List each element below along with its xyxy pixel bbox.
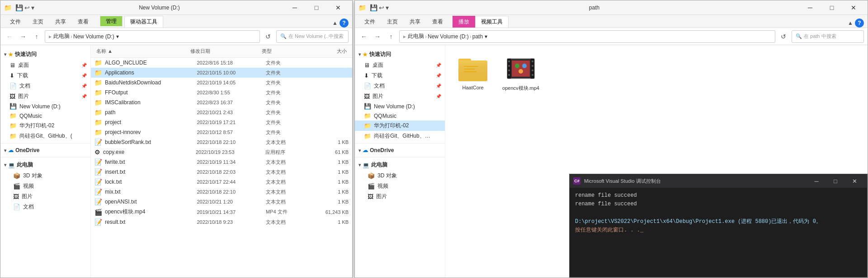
sidebar-item-docs2[interactable]: 📄 文档 (0, 202, 90, 212)
address-chevron-2[interactable]: ▾ (485, 33, 487, 40)
sidebar-item-video-2[interactable]: 🎬 视频 (355, 181, 445, 191)
col-type-header[interactable]: 类型 (260, 47, 309, 56)
file-row[interactable]: 📝 result.txt 2022/10/18 9:23 文本文档 1 KB (91, 217, 352, 227)
chevron-down-icon-2[interactable]: ▾ (386, 4, 389, 11)
icon-item-haatcore[interactable]: HaatCore (453, 52, 493, 93)
console-maximize-btn[interactable]: □ (826, 174, 844, 188)
close-button-1[interactable]: ✕ (328, 0, 349, 15)
tab-view-2[interactable]: 查看 (426, 16, 449, 28)
file-row[interactable]: 📁 BaiduNetdiskDownload 2022/10/19 14:05 … (91, 78, 352, 88)
help-icon[interactable]: ? (340, 19, 349, 28)
undo-icon-2[interactable]: ↩ (379, 4, 384, 11)
undo-icon[interactable]: ↩ (24, 4, 30, 11)
address-path-2[interactable]: ▸ 此电脑 › New Volume (D:) › path ▾ (399, 30, 775, 43)
sidebar-item-docs-2[interactable]: 📄 文档 📌 (355, 81, 445, 91)
file-row[interactable]: 📝 fwrite.txt 2022/10/19 11:34 文本文档 1 KB (91, 157, 352, 167)
onedrive-header-2[interactable]: ▾ ☁ OneDrive (355, 145, 445, 155)
file-row[interactable]: 📁 ALGO_INCLUDE 2022/8/16 15:18 文件夹 (91, 58, 352, 68)
sidebar-item-huawei[interactable]: 📁 华为打印机-02 (0, 120, 90, 131)
file-row[interactable]: 📝 bubbleSortRank.txt 2022/10/18 22:10 文本… (91, 137, 352, 147)
sidebar-item-3d-2[interactable]: 📦 3D 对象 (355, 171, 445, 181)
file-row[interactable]: ⚙ copy.exe 2022/10/19 23:53 应用程序 61 KB (91, 147, 352, 157)
chevron-up-icon-2[interactable]: ▲ (848, 20, 853, 26)
forward-button-1[interactable]: → (18, 31, 28, 42)
sidebar-item-qqmusic-2[interactable]: 📁 QQMusic (355, 111, 445, 120)
tab-share-1[interactable]: 共享 (49, 16, 72, 28)
file-row[interactable]: 📝 mix.txt 2022/10/18 22:10 文本文档 1 KB (91, 187, 352, 197)
file-row[interactable]: 📁 Applications 2022/10/15 10:00 文件夹 (91, 68, 352, 78)
sidebar-item-huawei-2[interactable]: 📁 华为打印机-02 (355, 120, 445, 131)
tab-share-2[interactable]: 共享 (404, 16, 426, 28)
col-name-header[interactable]: 名称 ▲ (94, 47, 189, 56)
col-date-header[interactable]: 修改日期 (189, 47, 260, 56)
tab-file-2[interactable]: 文件 (359, 16, 381, 28)
file-row[interactable]: 📁 path 2022/10/21 2:43 文件夹 (91, 107, 352, 117)
quick-access-header-2[interactable]: ▾ ★ 快速访问 (355, 49, 445, 60)
sidebar-item-downloads[interactable]: ⬇ 下载 📌 (0, 70, 90, 81)
file-row[interactable]: 📁 IMSCalibration 2022/8/23 16:37 文件夹 (91, 97, 352, 107)
tab-manage-1[interactable]: 驱动器工具 (124, 16, 163, 28)
sidebar-item-video[interactable]: 🎬 视频 (0, 181, 90, 191)
refresh-button-1[interactable]: ↺ (263, 31, 274, 42)
col-size-header[interactable]: 大小 (309, 47, 349, 56)
file-row[interactable]: 📁 FFOutput 2022/8/30 1:55 文件夹 (91, 88, 352, 97)
tab-home-1[interactable]: 主页 (27, 16, 49, 28)
file-row[interactable]: 📁 project 2022/10/19 17:21 文件夹 (91, 117, 352, 127)
save-icon[interactable]: 💾 (15, 4, 23, 11)
pin-icon-docs-2: 📌 (436, 83, 441, 88)
sidebar-item-pictures-2[interactable]: 🖼 图片 📌 (355, 91, 445, 102)
tab-drive-tools-1[interactable]: 管理 (100, 16, 123, 26)
thispc-header[interactable]: ▾ 💻 此电脑 (0, 159, 90, 171)
chevron-down-icon[interactable]: ▾ (31, 4, 34, 11)
thispc-header-2[interactable]: ▾ 💻 此电脑 (355, 159, 445, 171)
sidebar-item-3d[interactable]: 📦 3D 对象 (0, 171, 90, 181)
sidebar-item-downloads-2[interactable]: ⬇ 下载 📌 (355, 70, 445, 81)
search-box-2[interactable]: 🔍 在 path 中搜索 (792, 30, 864, 43)
up-button-1[interactable]: ↑ (31, 31, 42, 42)
tab-file-1[interactable]: 文件 (4, 16, 27, 28)
file-row[interactable]: 📁 project-innorev 2022/10/12 8:57 文件夹 (91, 127, 352, 137)
forward-button-2[interactable]: → (372, 31, 383, 42)
chevron-up-icon[interactable]: ▲ (332, 20, 338, 26)
sidebar-item-desktop-2[interactable]: 🖥 桌面 📌 (355, 60, 445, 70)
help-icon-2[interactable]: ? (855, 19, 864, 28)
file-row[interactable]: 🎬 opencv模块.mp4 2019/10/21 14:37 MP4 文件 6… (91, 207, 352, 217)
file-row[interactable]: 📝 openANSI.txt 2022/10/21 1:20 文本文档 1 KB (91, 197, 352, 207)
file-name: BaiduNetdiskDownload (105, 79, 197, 86)
file-row[interactable]: 📝 lock.txt 2022/10/17 22:44 文本文档 1 KB (91, 177, 352, 187)
maximize-button-1[interactable]: □ (306, 0, 327, 15)
file-name: Applications (105, 70, 197, 76)
address-path-1[interactable]: ▸ 此电脑 › New Volume (D:) ▾ (45, 30, 260, 43)
minimize-button-2[interactable]: ─ (800, 0, 821, 15)
sidebar-item-pictures[interactable]: 🖼 图片 📌 (0, 91, 90, 102)
icon-item-opencv[interactable]: opencv模块.mp4 (500, 52, 541, 93)
sidebar-item-git-2[interactable]: 📁 尚硅谷Git、GitHub、Gitee码云 (355, 131, 445, 141)
address-chevron-1[interactable]: ▾ (116, 33, 119, 40)
back-button-1[interactable]: ← (4, 31, 15, 42)
tab-home-2[interactable]: 主页 (381, 16, 404, 28)
sidebar-item-newvolume-2[interactable]: 💾 New Volume (D:) (355, 102, 445, 111)
maximize-button-2[interactable]: □ (821, 0, 842, 15)
sidebar-item-docs[interactable]: 📄 文档 📌 (0, 81, 90, 91)
file-row[interactable]: 📝 insert.txt 2022/10/18 22:03 文本文档 1 KB (91, 167, 352, 177)
console-close-btn[interactable]: ✕ (845, 174, 863, 188)
tab-playback-2[interactable]: 播放 (453, 16, 475, 28)
sidebar-item-pics[interactable]: 🖼 图片 (0, 191, 90, 202)
close-button-2[interactable]: ✕ (843, 0, 864, 15)
tab-videotools-2[interactable]: 视频工具 (475, 16, 509, 28)
refresh-button-2[interactable]: ↺ (778, 31, 789, 42)
onedrive-header[interactable]: ▾ ☁ OneDrive (0, 145, 90, 155)
minimize-button-1[interactable]: ─ (284, 0, 305, 15)
sidebar-item-qqmusic[interactable]: 📁 QQMusic (0, 111, 90, 120)
back-button-2[interactable]: ← (359, 31, 369, 42)
up-button-2[interactable]: ↑ (386, 31, 396, 42)
sidebar-item-git[interactable]: 📁 尚硅谷Git、GitHub、( (0, 131, 90, 141)
tab-view-1[interactable]: 查看 (72, 16, 94, 28)
sidebar-item-desktop[interactable]: 🖥 桌面 📌 (0, 60, 90, 70)
sidebar-item-newvolume[interactable]: 💾 New Volume (D:) (0, 102, 90, 111)
quick-access-header[interactable]: ▾ ★ 快速访问 (0, 49, 90, 60)
save-icon-2[interactable]: 💾 (370, 4, 377, 11)
search-box-1[interactable]: 🔍 在 New Volume (..中搜索 (276, 30, 349, 43)
sidebar-item-pics-2[interactable]: 🖼 图片 (355, 191, 445, 202)
console-minimize-btn[interactable]: ─ (807, 174, 826, 188)
